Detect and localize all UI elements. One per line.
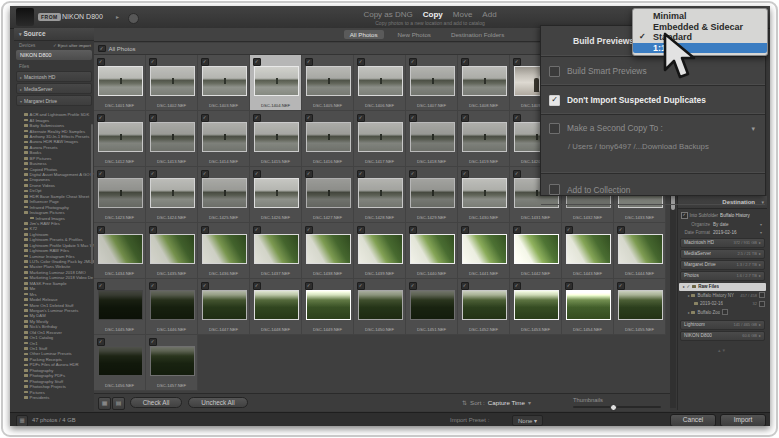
disclosure-triangle-icon[interactable]: ▸ (683, 284, 685, 289)
photo-checkbox[interactable]: ✓ (305, 170, 313, 178)
photo-checkbox[interactable]: ✓ (253, 58, 261, 66)
photo-checkbox[interactable]: ✓ (149, 282, 157, 290)
photo-checkbox[interactable]: ✓ (461, 58, 469, 66)
sort-value-dropdown[interactable]: Capture Time (488, 399, 525, 406)
destination-folder-checkbox[interactable] (722, 309, 728, 315)
source-panel-header[interactable]: ▾Source (14, 28, 94, 41)
sidebar-device-nikon-d800[interactable]: NIKON D800 (16, 50, 92, 60)
photo-cell[interactable]: ✓DSC-1451.NEF (406, 279, 458, 335)
photo-cell[interactable]: ✓DSC-1423.NEF (94, 167, 146, 223)
photo-cell[interactable]: ✓DSC-1425.NEF (198, 167, 250, 223)
photo-cell[interactable]: ✓DSC-1442.NEF (510, 223, 562, 279)
destination-volume-lightroom[interactable]: Lightroom141 / 465 GB▸ (680, 320, 765, 330)
photo-cell[interactable]: ✓DSC-1429.NEF (406, 167, 458, 223)
photo-cell[interactable]: ✓DSC-1454.NEF (562, 279, 614, 335)
chevron-down-icon[interactable]: ▾ (751, 125, 755, 133)
sidebar-volume-mediaserver[interactable]: ▸MediaServer (16, 83, 92, 94)
photo-cell[interactable]: ✓DSC-1405.NEF (302, 55, 354, 111)
photo-checkbox[interactable]: ✓ (201, 226, 209, 234)
photo-cell[interactable]: ✓DSC-1455.NEF (614, 279, 666, 335)
mode-tab-copy[interactable]: Copy (423, 10, 443, 19)
photo-checkbox[interactable]: ✓ (305, 114, 313, 122)
dont-import-duplicates-row[interactable]: ✓ Don't Import Suspected Duplicates (541, 86, 765, 115)
destination-folder-raw-files[interactable]: ▸✓Raw Files (679, 283, 766, 292)
photo-checkbox[interactable]: ✓ (461, 170, 469, 178)
photo-checkbox[interactable]: ✓ (97, 338, 105, 346)
photo-cell[interactable]: ✓DSC-1441.NEF (458, 223, 510, 279)
photo-cell[interactable]: ✓DSC-1401.NEF (94, 55, 146, 111)
eject-icon[interactable] (128, 13, 139, 24)
photo-cell[interactable]: ✓DSC-1449.NEF (302, 279, 354, 335)
photo-checkbox[interactable]: ✓ (357, 226, 365, 234)
photo-cell[interactable]: ✓DSC-1444.NEF (614, 223, 666, 279)
photo-cell[interactable]: ✓DSC-1445.NEF (94, 279, 146, 335)
thumbnail-size-slider[interactable] (573, 406, 661, 408)
disclosure-triangle-icon[interactable]: ▸ (20, 75, 22, 80)
photo-cell[interactable]: ✓DSC-1438.NEF (302, 223, 354, 279)
photo-cell[interactable]: ✓DSC-1417.NEF (354, 111, 406, 167)
second-copy-row[interactable]: Make a Second Copy To : ▾ / Users / tony… (541, 115, 765, 174)
menu-item-minimal[interactable]: Minimal (633, 11, 767, 22)
photo-checkbox[interactable]: ✓ (149, 226, 157, 234)
sidebar-folder-item[interactable]: Presidents (14, 395, 94, 400)
photo-cell[interactable]: ✓DSC-1430.NEF (458, 167, 510, 223)
photo-checkbox[interactable]: ✓ (565, 282, 573, 290)
photo-checkbox[interactable]: ✓ (513, 114, 521, 122)
destination-folder-buffalo-history-ny[interactable]: ▸Buffalo History NY457 / 458 (678, 291, 767, 300)
photo-cell[interactable]: ✓DSC-1418.NEF (406, 111, 458, 167)
build-smart-previews-row[interactable]: Build Smart Previews (541, 57, 765, 86)
photo-checkbox[interactable]: ✓ (409, 282, 417, 290)
photo-checkbox[interactable]: ✓ (357, 58, 365, 66)
import-preset-dropdown[interactable]: None ▾ (512, 415, 543, 426)
photo-checkbox[interactable]: ✓ (409, 58, 417, 66)
photo-checkbox[interactable]: ✓ (149, 58, 157, 66)
destination-volume-margaret-drive[interactable]: Margaret Drive1.3 / 2.7 TB▸ (680, 260, 765, 270)
photo-checkbox[interactable]: ✓ (409, 226, 417, 234)
photo-checkbox[interactable]: ✓ (357, 170, 365, 178)
grid-tab-all-photos[interactable]: All Photos (344, 30, 384, 39)
photo-cell[interactable]: ✓DSC-1412.NEF (94, 111, 146, 167)
photo-checkbox[interactable]: ✓ (357, 114, 365, 122)
photo-checkbox[interactable]: ✓ (97, 114, 105, 122)
photo-cell[interactable]: ✓DSC-1447.NEF (198, 279, 250, 335)
photo-checkbox[interactable]: ✓ (201, 170, 209, 178)
photo-cell[interactable]: ✓DSC-1440.NEF (406, 223, 458, 279)
photo-cell[interactable]: ✓DSC-1428.NEF (354, 167, 406, 223)
thumbnail-size-slider-knob[interactable] (610, 404, 617, 411)
into-subfolder-row[interactable]: ✓ Into Subfolder Buffalo History (678, 209, 767, 221)
photo-cell[interactable]: ✓DSC-1419.NEF (458, 111, 510, 167)
photo-cell[interactable]: ✓DSC-1434.NEF (94, 223, 146, 279)
disclosure-triangle-icon[interactable]: ▸ (688, 310, 690, 315)
photo-checkbox[interactable]: ✓ (461, 282, 469, 290)
destination-volume-nikon-d800[interactable]: NIKON D80060.6 GB▸ (680, 331, 765, 341)
photo-checkbox[interactable]: ✓ (513, 170, 521, 178)
photo-checkbox[interactable]: ✓ (149, 114, 157, 122)
photo-checkbox[interactable]: ✓ (97, 58, 105, 66)
photo-checkbox[interactable]: ✓ (201, 114, 209, 122)
build-smart-previews-checkbox[interactable] (549, 66, 560, 77)
photo-cell[interactable]: ✓DSC-1453.NEF (510, 279, 562, 335)
photo-checkbox[interactable]: ✓ (253, 170, 261, 178)
into-subfolder-value[interactable]: Buffalo History (720, 213, 750, 218)
panel-toggle-icon[interactable]: ▦ (16, 415, 28, 426)
photo-checkbox[interactable]: ✓ (565, 226, 573, 234)
mode-tab-add[interactable]: Add (482, 10, 496, 19)
photo-cell[interactable]: ✓DSC-1437.NEF (250, 223, 302, 279)
photo-cell[interactable]: ✓DSC-1436.NEF (198, 223, 250, 279)
photo-checkbox[interactable]: ✓ (97, 226, 105, 234)
photo-cell[interactable]: ✓DSC-1427.NEF (302, 167, 354, 223)
menu-item-embedded-sidecar[interactable]: Embedded & Sidecar (633, 22, 767, 33)
photo-checkbox[interactable]: ✓ (201, 58, 209, 66)
photo-cell[interactable]: ✓DSC-1424.NEF (146, 167, 198, 223)
photo-cell[interactable]: ✓DSC-1456.NEF (94, 335, 146, 391)
photo-cell[interactable]: ✓DSC-1426.NEF (250, 167, 302, 223)
photo-cell[interactable]: ✓DSC-1439.NEF (354, 223, 406, 279)
uncheck-all-button[interactable]: Uncheck All (188, 397, 248, 408)
dont-import-duplicates-checkbox[interactable]: ✓ (549, 95, 560, 106)
sort-direction-icon[interactable]: ⇅ (462, 399, 467, 406)
photo-checkbox[interactable]: ✓ (513, 226, 521, 234)
photo-cell[interactable]: ✓DSC-1407.NEF (406, 55, 458, 111)
photo-cell[interactable]: ✓DSC-1413.NEF (146, 111, 198, 167)
photo-checkbox[interactable]: ✓ (305, 58, 313, 66)
destination-folder-checkbox[interactable] (759, 292, 765, 298)
